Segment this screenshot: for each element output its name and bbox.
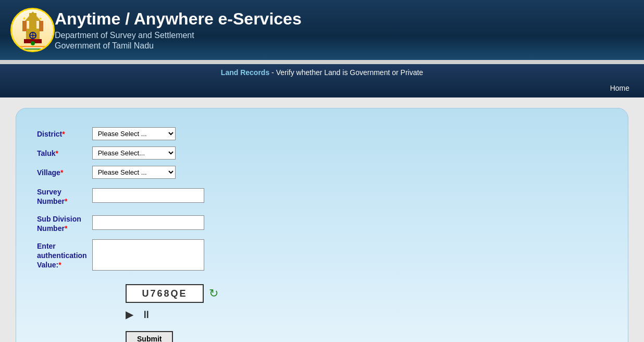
header-subtitle: Department of Survey and Settlement bbox=[55, 31, 302, 40]
svg-text:★: ★ bbox=[39, 16, 42, 21]
navbar-land-records: Land Records bbox=[221, 68, 269, 77]
header-separator bbox=[0, 60, 644, 64]
home-link[interactable]: Home bbox=[606, 83, 634, 93]
refresh-captcha-button[interactable]: ↻ bbox=[209, 287, 218, 300]
captcha-section: U768QE ↻ ▶ ⏸ bbox=[126, 284, 607, 321]
audio-controls: ▶ ⏸ bbox=[126, 308, 607, 321]
auth-value-input[interactable] bbox=[92, 239, 204, 271]
survey-row: Survey Number* bbox=[37, 182, 209, 209]
page-header: ★ ★ Anytime / Anywhere e-Services Depart… bbox=[0, 0, 644, 60]
pause-button[interactable]: ⏸ bbox=[141, 309, 152, 321]
survey-number-input[interactable] bbox=[92, 188, 204, 203]
taluk-row: Taluk* Please Select... bbox=[37, 143, 209, 163]
main-content: District* Please Select ... Taluk* bbox=[0, 97, 644, 342]
district-label: District* bbox=[37, 130, 65, 138]
village-row: Village* Please Select ... bbox=[37, 163, 209, 182]
subdivision-row: Sub Division Number* bbox=[37, 209, 209, 236]
submit-button[interactable]: Submit bbox=[126, 331, 173, 342]
svg-text:★: ★ bbox=[22, 16, 26, 21]
district-row: District* Please Select ... bbox=[37, 124, 209, 143]
header-title: Anytime / Anywhere e-Services bbox=[55, 9, 302, 29]
form-table: District* Please Select ... Taluk* bbox=[37, 124, 209, 274]
taluk-required: * bbox=[56, 149, 58, 157]
village-required: * bbox=[60, 168, 63, 177]
subdivision-label: Sub Division Number* bbox=[37, 215, 81, 233]
navbar-title-rest: - Verify whether Land is Government or P… bbox=[269, 68, 423, 77]
district-select[interactable]: Please Select ... bbox=[92, 127, 176, 140]
svg-rect-6 bbox=[39, 21, 43, 31]
form-container: District* Please Select ... Taluk* bbox=[16, 108, 628, 342]
header-govt: Government of Tamil Nadu bbox=[55, 41, 302, 51]
taluk-select[interactable]: Please Select... bbox=[92, 146, 176, 160]
svg-rect-5 bbox=[22, 21, 27, 31]
play-button[interactable]: ▶ bbox=[126, 308, 133, 321]
govt-logo: ★ ★ bbox=[10, 8, 55, 52]
captcha-row: U768QE ↻ bbox=[126, 284, 607, 303]
auth-required: * bbox=[58, 261, 61, 269]
survey-label: Survey Number* bbox=[37, 188, 67, 205]
auth-label: Enter authentication Value:* bbox=[37, 242, 87, 269]
navbar-title: Land Records - Verify whether Land is Go… bbox=[0, 64, 644, 81]
district-required: * bbox=[62, 130, 65, 138]
svg-point-4 bbox=[31, 41, 35, 45]
navbar: Land Records - Verify whether Land is Go… bbox=[0, 64, 644, 97]
submit-section: Submit bbox=[126, 331, 607, 342]
navbar-menu: Home bbox=[0, 81, 644, 97]
taluk-label: Taluk* bbox=[37, 149, 58, 157]
subdivision-number-input[interactable] bbox=[92, 215, 204, 230]
header-text-block: Anytime / Anywhere e-Services Department… bbox=[55, 9, 302, 51]
subdivision-required: * bbox=[65, 224, 67, 233]
captcha-display: U768QE bbox=[126, 284, 204, 303]
svg-rect-12 bbox=[15, 48, 51, 50]
svg-rect-10 bbox=[15, 46, 51, 47]
auth-row: Enter authentication Value:* bbox=[37, 236, 209, 274]
svg-rect-11 bbox=[15, 47, 51, 48]
village-select[interactable]: Please Select ... bbox=[92, 166, 176, 179]
village-label: Village* bbox=[37, 168, 63, 177]
survey-required: * bbox=[65, 197, 67, 205]
